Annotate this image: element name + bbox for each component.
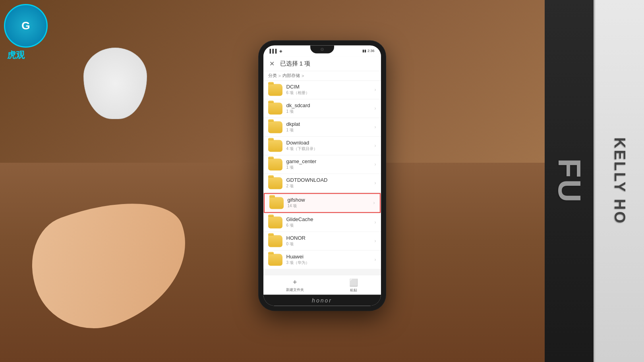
breadcrumb-sep1: > <box>278 73 281 78</box>
logo: G 虎观 <box>4 4 56 56</box>
breadcrumb-sep2: > <box>302 73 304 78</box>
file-arrow-icon: › <box>375 238 376 244</box>
file-arrow-icon: › <box>375 124 376 130</box>
file-meta: 1 项 <box>286 165 371 170</box>
file-name: game_center <box>286 158 371 164</box>
folder-icon <box>268 84 282 96</box>
honor-brand: honor <box>263 295 381 306</box>
file-arrow-icon: › <box>375 257 376 262</box>
file-name: dkplat <box>286 121 371 127</box>
file-item[interactable]: gifshow14 项› <box>264 193 381 213</box>
file-item[interactable]: DCIM6 项（相册）› <box>263 81 381 99</box>
file-meta: 2 项 <box>286 183 371 189</box>
file-info: dk_sdcard1 项 <box>286 102 371 114</box>
phone-screen: ▌▌▌ ◈ ▮▮ 2:36 ✕ 已选择 1 项 分类 > 内 <box>263 45 381 306</box>
folder-icon <box>268 216 282 228</box>
close-button[interactable]: ✕ <box>268 60 276 67</box>
vase-decoration <box>79 48 151 127</box>
file-name: dk_sdcard <box>286 102 371 108</box>
file-item[interactable]: game_center1 项› <box>263 155 381 174</box>
file-name: GlideCache <box>286 216 371 222</box>
file-name: Download <box>286 140 371 146</box>
new-folder-button[interactable]: + 新建文件夹 <box>286 278 304 293</box>
logo-label: 虎观 <box>7 49 56 61</box>
logo-symbol: G <box>21 19 30 32</box>
battery-icon: ▮▮ <box>362 49 366 53</box>
status-right: ▮▮ 2:36 <box>362 49 375 53</box>
new-folder-icon: + <box>293 278 297 287</box>
status-left: ▌▌▌ ◈ <box>270 49 282 53</box>
file-info: gifshow14 项 <box>288 197 369 209</box>
file-meta: 1 项 <box>286 127 371 133</box>
file-item[interactable]: GlideCache6 项› <box>263 213 381 232</box>
file-meta: 0 项 <box>286 241 371 247</box>
paste-label: 粘贴 <box>350 288 357 293</box>
file-info: DCIM6 项（相册） <box>286 84 371 96</box>
header-title: 已选择 1 项 <box>280 60 311 67</box>
file-item[interactable]: dk_sdcard1 项› <box>263 99 381 118</box>
folder-icon <box>268 102 282 114</box>
vase-body <box>83 48 147 119</box>
file-info: GDTDOWNLOAD2 项 <box>286 177 371 189</box>
folder-icon <box>269 197 284 209</box>
camera-dot <box>321 48 324 51</box>
paste-button[interactable]: ⬜ 粘贴 <box>349 278 358 293</box>
file-meta: 6 项 <box>286 223 371 228</box>
file-name: gifshow <box>288 197 369 203</box>
paste-icon: ⬜ <box>349 278 358 287</box>
file-list[interactable]: DCIM6 项（相册）›dk_sdcard1 项›dkplat1 项›Downl… <box>263 81 381 275</box>
file-info: game_center1 项 <box>286 158 371 170</box>
file-name: HONOR <box>286 235 371 241</box>
phone-container: ▌▌▌ ◈ ▮▮ 2:36 ✕ 已选择 1 项 分类 > 内 <box>259 40 386 310</box>
folder-icon <box>268 158 282 170</box>
folder-icon <box>268 235 282 247</box>
folder-icon <box>268 177 282 189</box>
phone-notch <box>310 45 334 53</box>
file-item[interactable]: GDTDOWNLOAD2 项› <box>263 174 381 193</box>
book-fu: FU <box>545 0 594 362</box>
file-arrow-icon: › <box>375 180 376 186</box>
file-item[interactable]: Download4 项（下载目录）› <box>263 137 381 155</box>
breadcrumb-part1[interactable]: 分类 <box>268 73 277 79</box>
file-name: Huawei <box>286 254 371 260</box>
file-meta: 6 项（相册） <box>286 90 371 96</box>
file-info: HONOR0 项 <box>286 235 371 247</box>
file-info: Download4 项（下载目录） <box>286 140 371 152</box>
time-display: 2:36 <box>367 49 375 53</box>
new-folder-label: 新建文件夹 <box>286 287 304 293</box>
file-item[interactable]: HONOR0 项› <box>263 232 381 250</box>
folder-icon <box>268 254 282 266</box>
file-name: GDTDOWNLOAD <box>286 177 371 183</box>
file-arrow-icon: › <box>375 106 376 111</box>
file-info: Huawei3 项（华为） <box>286 254 371 266</box>
honor-text: honor <box>312 297 332 304</box>
file-arrow-icon: › <box>375 87 376 92</box>
app-header: ✕ 已选择 1 项 <box>263 56 381 71</box>
file-meta: 1 项 <box>286 109 371 114</box>
file-arrow-icon: › <box>375 143 376 148</box>
folder-icon <box>268 121 282 133</box>
file-meta: 14 项 <box>288 203 369 209</box>
breadcrumb: 分类 > 内部存储 > <box>263 71 381 81</box>
book-kelly: KELLY HO <box>594 0 644 362</box>
file-arrow-icon: › <box>375 162 376 167</box>
file-info: dkplat1 项 <box>286 121 371 133</box>
books-decoration: FU KELLY HO <box>545 0 644 362</box>
wifi-icon: ◈ <box>279 49 282 53</box>
file-item[interactable]: Huawei3 项（华为）› <box>263 250 381 269</box>
breadcrumb-part2[interactable]: 内部存储 <box>282 73 300 79</box>
file-meta: 4 项（下载目录） <box>286 146 371 152</box>
file-item[interactable]: dkplat1 项› <box>263 118 381 137</box>
file-arrow-icon: › <box>375 220 376 225</box>
bottom-bar: + 新建文件夹 ⬜ 粘贴 <box>263 275 381 295</box>
file-arrow-icon: › <box>373 200 375 206</box>
signal-icon: ▌▌▌ <box>270 49 278 53</box>
folder-icon <box>268 140 282 152</box>
phone-device: ▌▌▌ ◈ ▮▮ 2:36 ✕ 已选择 1 项 分类 > 内 <box>259 40 386 310</box>
file-name: DCIM <box>286 84 371 90</box>
file-info: GlideCache6 项 <box>286 216 371 228</box>
file-meta: 3 项（华为） <box>286 260 371 266</box>
